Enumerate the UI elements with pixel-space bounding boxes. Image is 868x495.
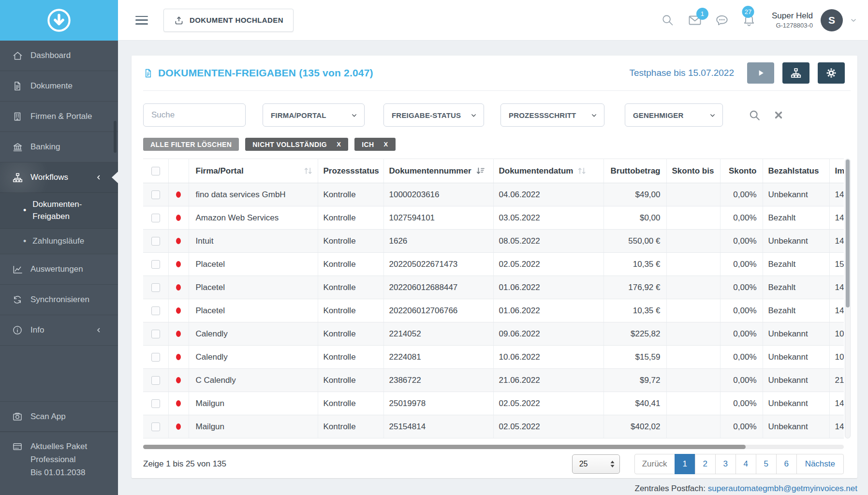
table-row[interactable]: PlacetelKontrolle20220502267147302.05.20… <box>143 253 844 276</box>
notifications-bell-icon[interactable]: 27 <box>742 13 756 28</box>
global-search-icon[interactable] <box>661 13 675 28</box>
row-checkbox[interactable] <box>151 260 160 269</box>
row-checkbox[interactable] <box>151 399 160 408</box>
sidebar-scrollbar[interactable] <box>114 121 117 153</box>
column-header-skonto[interactable]: Skonto <box>720 159 763 183</box>
sidebar-item-dokumente[interactable]: Dokumente <box>0 71 118 102</box>
page-size-select[interactable]: 25 <box>572 454 620 474</box>
cell-bezahlstatus: Bezahlt <box>763 206 829 230</box>
table-row[interactable]: fino data services GmbHKontrolle10000203… <box>143 183 844 206</box>
sidebar-item-dashboard[interactable]: Dashboard <box>0 41 118 71</box>
chip-clear-all-filters[interactable]: ALLE FILTER LÖSCHEN <box>143 138 239 151</box>
sidebar-item-auswertungen[interactable]: Auswertungen <box>0 254 118 285</box>
pagination-prev[interactable]: Zurück <box>634 454 675 474</box>
sort-toggle-icon[interactable] <box>578 167 586 175</box>
results-summary: Zeige 1 bis 25 von 135 <box>143 459 572 469</box>
column-header-skonto-bis[interactable]: Skonto bis <box>666 159 720 183</box>
clear-filters-icon[interactable] <box>773 110 784 120</box>
table-vertical-scrollbar[interactable] <box>845 159 851 438</box>
table-row[interactable]: PlacetelKontrolle20220601268844701.06.20… <box>143 276 844 299</box>
pagination-next[interactable]: Nächste <box>796 454 844 474</box>
sidebar-item-workflows[interactable]: Workflows <box>0 162 118 193</box>
column-header-firma-portal[interactable]: Firma/Portal <box>189 159 318 183</box>
cell-dokumentennummer: 25019978 <box>383 392 493 415</box>
row-checkbox[interactable] <box>151 214 160 222</box>
mail-badge: 1 <box>696 8 708 20</box>
row-checkbox[interactable] <box>151 283 160 292</box>
column-header-dokumentennummer[interactable]: Dokumentennummer <box>383 159 493 183</box>
table-row[interactable]: IntuitKontrolle162608.05.2022550,00 €0,0… <box>143 230 844 253</box>
sort-toggle-icon[interactable] <box>304 167 312 175</box>
table-row[interactable]: PlacetelKontrolle20220601270676601.06.20… <box>143 299 844 322</box>
sidebar-item-info[interactable]: Info <box>0 315 118 346</box>
table-row[interactable]: CalendlyKontrolle222408110.06.2022$15,59… <box>143 346 844 369</box>
row-checkbox[interactable] <box>151 422 160 431</box>
chip-remove-icon[interactable]: X <box>384 141 388 148</box>
camera-icon <box>12 411 23 422</box>
cell-skonto-bis <box>666 346 720 369</box>
row-checkbox[interactable] <box>151 353 160 362</box>
settings-button[interactable] <box>818 62 845 84</box>
filter-genehmiger-dropdown[interactable]: GENEHMIGER <box>625 103 723 127</box>
horizontal-scrollbar-thumb[interactable] <box>143 445 746 449</box>
menu-toggle-button[interactable] <box>135 16 148 25</box>
sidebar-item-label: Workflows <box>30 173 68 182</box>
cell-importdatum: 14. <box>829 415 844 438</box>
central-mailbox-email[interactable]: superautomategmbh@getmyinvoices.net <box>708 484 857 493</box>
sidebar-subitem-dokumenten-freigaben[interactable]: •Dokumenten-Freigaben <box>0 193 118 229</box>
mail-icon[interactable]: 1 <box>688 13 702 28</box>
column-header-bezahlstatus[interactable]: Bezahlstatus <box>763 159 829 183</box>
sidebar-item-banking[interactable]: Banking <box>0 132 118 162</box>
pagination-page-2[interactable]: 2 <box>695 454 716 474</box>
select-all-header-cell[interactable] <box>143 159 168 183</box>
chat-icon[interactable] <box>715 13 729 28</box>
run-workflow-button[interactable] <box>747 62 774 84</box>
chip-nicht-vollstaendig[interactable]: NICHT VOLLSTÄNDIG X <box>245 138 348 151</box>
app-logo[interactable] <box>0 0 118 41</box>
table-row[interactable]: MailgunKontrolle2501997802.05.2022$40,41… <box>143 392 844 415</box>
table-row[interactable]: MailgunKontrolle2515481402.05.2022$402,0… <box>143 415 844 438</box>
chip-ich[interactable]: ICH X <box>354 138 395 151</box>
column-header-prozessstatus[interactable]: Prozessstatus <box>318 159 383 183</box>
filter-freigabe-status-dropdown[interactable]: FREIGABE-STATUS <box>383 103 484 127</box>
user-menu[interactable]: Super Held G-1278803-0 <box>772 11 813 29</box>
sidebar-subitem-zahlungsläufe[interactable]: •Zahlungsläufe <box>0 229 118 254</box>
sidebar-item-firmen-portale[interactable]: Firmen & Portale <box>0 102 118 132</box>
filter-prozessschritt-dropdown[interactable]: PROZESSSCHRITT <box>500 103 604 127</box>
user-chevron-down-icon[interactable] <box>850 16 857 24</box>
pagination-page-3[interactable]: 3 <box>715 454 736 474</box>
row-checkbox[interactable] <box>151 237 160 246</box>
cell-firma-portal: Mailgun <box>189 415 318 438</box>
chip-remove-icon[interactable]: X <box>337 141 341 148</box>
vertical-scrollbar-thumb[interactable] <box>846 160 850 307</box>
avatar[interactable]: S <box>821 9 843 31</box>
pagination-page-1[interactable]: 1 <box>675 454 695 474</box>
column-header-imp[interactable]: Imp <box>829 159 844 183</box>
filter-firma-portal-dropdown[interactable]: FIRMA/PORTAL <box>263 103 365 127</box>
workflow-structure-button[interactable] <box>782 62 809 84</box>
select-all-checkbox[interactable] <box>151 167 160 175</box>
page-title: DOKUMENTEN-FREIGABEN (135 von 2.047) <box>158 67 373 79</box>
column-header-bruttobetrag[interactable]: Bruttobetrag <box>603 159 666 183</box>
search-input[interactable] <box>143 103 246 127</box>
pagination-page-4[interactable]: 4 <box>736 454 756 474</box>
table-row[interactable]: C CalendlyKontrolle238672221.06.2022$9,7… <box>143 369 844 392</box>
row-checkbox[interactable] <box>151 376 160 385</box>
table-horizontal-scrollbar[interactable] <box>143 445 844 449</box>
pagination-page-5[interactable]: 5 <box>756 454 777 474</box>
pagination-page-6[interactable]: 6 <box>776 454 797 474</box>
sidebar-item-scan-app[interactable]: Scan App <box>0 401 118 432</box>
column-header-dokumentendatum[interactable]: Dokumentendatum <box>493 159 603 183</box>
sort-active-icon[interactable] <box>476 167 485 175</box>
package-line: Aktuelles Paket <box>30 440 87 453</box>
upload-document-button[interactable]: DOKUMENT HOCHLADEN <box>163 9 294 32</box>
cell-dokumentendatum: 01.06.2022 <box>493 276 603 299</box>
apply-filters-search-icon[interactable] <box>748 109 761 121</box>
row-checkbox[interactable] <box>151 306 160 315</box>
table-row[interactable]: CalendlyKontrolle221405209.06.2022$225,8… <box>143 322 844 346</box>
row-checkbox[interactable] <box>151 330 160 338</box>
cell-prozessstatus: Kontrolle <box>318 392 383 415</box>
table-row[interactable]: Amazon Web ServicesKontrolle102759410103… <box>143 206 844 230</box>
row-checkbox[interactable] <box>151 190 160 199</box>
sidebar-item-synchronisieren[interactable]: Synchronisieren <box>0 285 118 315</box>
